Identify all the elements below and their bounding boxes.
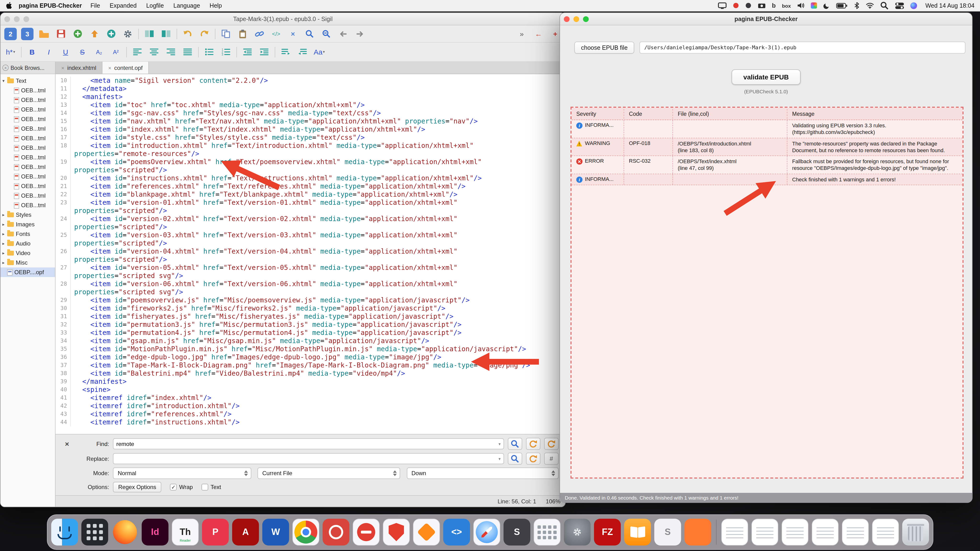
epub2-button[interactable]: 2 [4,27,17,40]
dock-chrome[interactable] [293,519,319,546]
disclosure-triangle-icon[interactable]: ▸ [2,232,7,237]
scope-select[interactable]: Current File [258,467,400,479]
tab-index-xhtml[interactable]: ×index.xhtml [56,62,102,74]
direction-rtl-button[interactable] [296,46,309,58]
back-button[interactable]: ← [532,27,545,40]
text-checkbox[interactable] [202,484,208,491]
tree-item-fonts[interactable]: ▸Fonts [0,229,55,239]
result-row-warning[interactable]: !WARNINGOPF-018/OEBPS/Text/introduction.… [571,138,963,156]
close-tab-button[interactable]: × [287,27,299,40]
dock-acrobat[interactable]: A [232,519,259,546]
sigil-titlebar[interactable]: Tape-Mark-3(1).epub - epub3.0 - Sigil [0,13,565,25]
dock-document-4[interactable] [812,519,838,546]
checker-titlebar[interactable]: pagina EPUB-Checker [560,13,972,25]
replace-count-button[interactable]: # [544,453,558,465]
epub-file-path-field[interactable]: /Users/danielegiampa/Desktop/Tape-Mark-3… [640,41,966,54]
tree-item-oebp-opf[interactable]: OEBP....opf [0,267,55,277]
dock-word[interactable]: W [262,519,289,546]
zoom-out-button[interactable] [320,27,332,40]
dock-p-app[interactable]: P [202,519,229,546]
underline-button[interactable]: U [59,46,72,58]
tree-item-text[interactable]: ▾Text [0,76,55,86]
copy-button[interactable] [220,27,232,40]
tree-item-oeb-tml[interactable]: OEB...tml [0,143,55,152]
box-icon[interactable]: box [782,1,791,10]
menu-help[interactable]: Help [210,2,222,9]
dock-vscode[interactable]: <> [443,519,470,546]
dock-thorium-reader[interactable]: ThReader [172,519,199,546]
find-button[interactable] [304,27,316,40]
dock-firefox[interactable] [111,519,138,546]
active-app-name[interactable]: pagina EPUB-Checker [19,2,82,9]
panel-close-icon[interactable]: × [2,65,9,71]
dock-document-2[interactable] [751,519,778,546]
b-icon[interactable]: b [772,1,776,10]
count-all-button[interactable] [526,438,540,450]
tree-item-oeb-tml[interactable]: OEB...tml [0,172,55,181]
align-justify-button[interactable] [181,46,194,58]
control-center-icon[interactable] [895,1,904,10]
battery-icon[interactable] [837,1,848,10]
volume-icon[interactable] [797,1,805,10]
tree-item-oeb-tml[interactable]: OEB...tml [0,95,55,105]
save-button[interactable] [54,27,67,40]
palette-icon[interactable] [811,1,817,10]
dock-trash[interactable] [902,519,929,546]
tab-close-icon[interactable]: × [61,65,64,71]
disclosure-triangle-icon[interactable]: ▸ [2,251,7,256]
italic-button[interactable]: I [43,46,55,58]
numbered-list-button[interactable]: 123 [220,46,232,58]
dock-books[interactable] [624,519,651,546]
heading-button[interactable]: h*▾ [4,46,17,58]
subscript-button[interactable]: A₂ [93,46,105,58]
regex-options-button[interactable]: Regex Options [113,482,162,492]
moon-icon[interactable] [824,1,830,10]
minimize-window-button[interactable] [573,16,579,22]
dock-do-not-enter-app[interactable] [353,519,380,546]
minimize-window-button[interactable] [14,16,20,22]
tab-close-icon[interactable]: × [108,65,111,71]
tree-item-oeb-tml[interactable]: OEB...tml [0,200,55,210]
tab-content-opf[interactable]: ×content.opf [102,62,149,74]
tree-item-styles[interactable]: ▸Styles [0,210,55,220]
disclosure-triangle-icon[interactable]: ▸ [2,213,7,217]
result-row-info[interactable]: iINFORMA...Validating using EPUB version… [571,120,963,138]
bold-button[interactable]: B [26,46,38,58]
dock-launchpad[interactable] [81,519,108,546]
tree-item-oeb-tml[interactable]: OEB...tml [0,152,55,162]
tree-item-audio[interactable]: ▸Audio [0,239,55,248]
open-button[interactable] [38,27,50,40]
combo-arrow-icon[interactable]: ▾ [498,441,501,446]
dock-document-1[interactable] [721,519,748,546]
bullet-list-button[interactable] [203,46,215,58]
disclosure-triangle-icon[interactable]: ▸ [2,260,7,265]
restart-find-button[interactable] [544,438,558,450]
dock-safari[interactable] [473,519,500,546]
wifi-icon[interactable] [866,1,874,10]
superscript-button[interactable]: A² [110,46,122,58]
dock-filezilla[interactable]: FZ [594,519,621,546]
mode-select[interactable]: Normal [113,467,251,479]
dock-document-6[interactable] [872,519,899,546]
direction-select[interactable]: Down [407,467,558,479]
direction-ltr-button[interactable] [280,46,292,58]
tree-item-oeb-tml[interactable]: OEB...tml [0,114,55,124]
camera-icon[interactable] [757,1,765,10]
validate-epub-button[interactable]: validate EPUB [731,69,801,85]
replace-button[interactable] [508,453,522,465]
find-input[interactable] [116,440,498,447]
settings-button[interactable] [122,27,134,40]
dock-finder[interactable] [51,519,78,546]
tree-item-oeb-tml[interactable]: OEB...tml [0,181,55,191]
siri-icon[interactable] [911,1,917,10]
dock-sigil-app[interactable]: S [504,519,530,546]
dock-orange-app[interactable] [684,519,711,546]
tree-item-oeb-tml[interactable]: OEB...tml [0,86,55,95]
close-window-button[interactable] [564,16,570,22]
dock-keypad-app[interactable] [534,519,560,546]
spotlight-icon[interactable] [880,1,889,10]
result-row-error[interactable]: ✕ERRORRSC-032/OEBPS/Text/index.xhtml (li… [571,156,963,174]
menu-file[interactable]: File [91,2,100,9]
align-center-button[interactable] [148,46,160,58]
overflow-button[interactable]: » [515,27,528,40]
